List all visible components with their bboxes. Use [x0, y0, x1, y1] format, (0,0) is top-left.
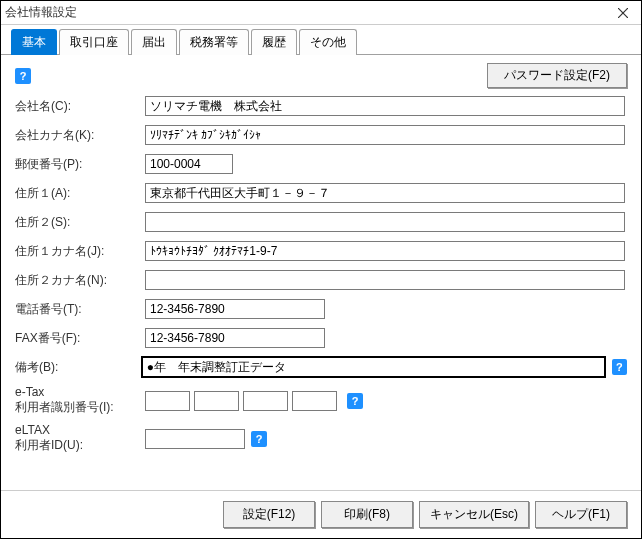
fax-input[interactable]: [145, 328, 325, 348]
label-addr1-kana: 住所１カナ名(J):: [15, 243, 145, 260]
tab-bar: 基本 取引口座 届出 税務署等 履歴 その他: [1, 25, 641, 55]
zip-input[interactable]: [145, 154, 233, 174]
help-icon[interactable]: ?: [15, 68, 31, 84]
label-eltax: eLTAX 利用者ID(U):: [15, 423, 145, 454]
etax-input-2[interactable]: [194, 391, 239, 411]
addr2-input[interactable]: [145, 212, 625, 232]
label-eltax-line1: eLTAX: [15, 423, 145, 437]
addr2-kana-input[interactable]: [145, 270, 625, 290]
label-company: 会社名(C):: [15, 98, 145, 115]
addr1-input[interactable]: [145, 183, 625, 203]
remarks-input[interactable]: [141, 356, 606, 378]
form-content: ? パスワード設定(F2) 会社名(C): 会社カナ名(K): 郵便番号(P):…: [1, 55, 641, 469]
titlebar: 会社情報設定: [1, 1, 641, 25]
tab-history[interactable]: 履歴: [251, 29, 297, 55]
print-button[interactable]: 印刷(F8): [321, 501, 413, 528]
label-etax: e-Tax 利用者識別番号(I):: [15, 385, 145, 416]
tel-input[interactable]: [145, 299, 325, 319]
label-etax-line2: 利用者識別番号(I):: [15, 399, 145, 416]
help-button[interactable]: ヘルプ(F1): [535, 501, 627, 528]
etax-input-4[interactable]: [292, 391, 337, 411]
settings-button[interactable]: 設定(F12): [223, 501, 315, 528]
label-eltax-line2: 利用者ID(U):: [15, 437, 145, 454]
label-addr2-kana: 住所２カナ名(N):: [15, 272, 145, 289]
label-zip: 郵便番号(P):: [15, 156, 145, 173]
close-icon: [618, 8, 628, 18]
label-addr2: 住所２(S):: [15, 214, 145, 231]
etax-help-icon[interactable]: ?: [347, 393, 363, 409]
company-input[interactable]: [145, 96, 625, 116]
close-button[interactable]: [609, 3, 637, 23]
tab-account[interactable]: 取引口座: [59, 29, 129, 55]
tab-notify[interactable]: 届出: [131, 29, 177, 55]
label-addr1: 住所１(A):: [15, 185, 145, 202]
tab-other[interactable]: その他: [299, 29, 357, 55]
addr1-kana-input[interactable]: [145, 241, 625, 261]
company-kana-input[interactable]: [145, 125, 625, 145]
remarks-help-icon[interactable]: ?: [612, 359, 627, 375]
label-fax: FAX番号(F):: [15, 330, 145, 347]
password-settings-button[interactable]: パスワード設定(F2): [487, 63, 627, 88]
window-title: 会社情報設定: [5, 4, 609, 21]
eltax-input[interactable]: [145, 429, 245, 449]
label-remarks: 備考(B):: [15, 359, 141, 376]
etax-input-1[interactable]: [145, 391, 190, 411]
tab-basic[interactable]: 基本: [11, 29, 57, 55]
tab-tax-office[interactable]: 税務署等: [179, 29, 249, 55]
label-tel: 電話番号(T):: [15, 301, 145, 318]
eltax-help-icon[interactable]: ?: [251, 431, 267, 447]
label-company-kana: 会社カナ名(K):: [15, 127, 145, 144]
cancel-button[interactable]: キャンセル(Esc): [419, 501, 529, 528]
etax-input-3[interactable]: [243, 391, 288, 411]
footer: 設定(F12) 印刷(F8) キャンセル(Esc) ヘルプ(F1): [1, 490, 641, 538]
label-etax-line1: e-Tax: [15, 385, 145, 399]
